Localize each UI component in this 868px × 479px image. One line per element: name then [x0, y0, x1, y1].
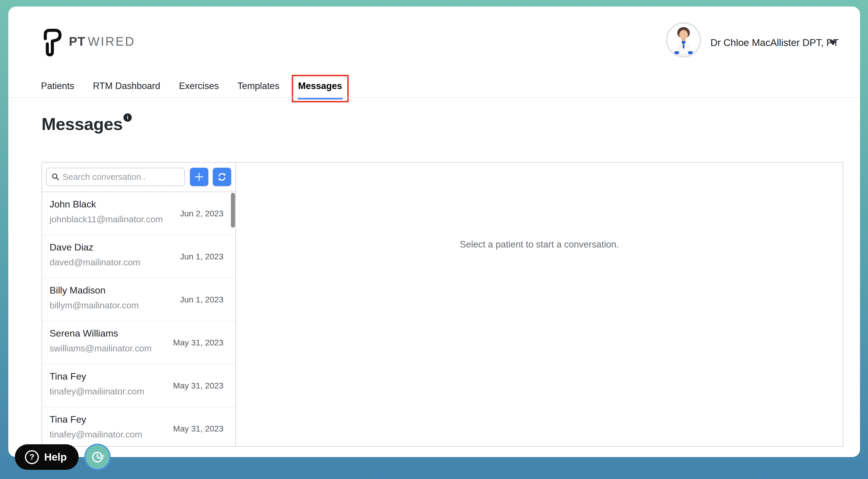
app-window: PTWIRED Dr Chloe MacAllister DPT, PT Pat… [8, 6, 860, 457]
patient-email: daved@mailinator.com [50, 257, 141, 267]
question-icon: ? [25, 450, 39, 464]
patient-email: tinafey@mailiinator.com [50, 386, 144, 396]
patient-name: Tina Fey [50, 371, 86, 382]
search-conversation-field [46, 168, 185, 186]
main-nav: Patients RTM Dashboard Exercises Templat… [41, 80, 342, 92]
pt-wired-logo-icon [41, 26, 62, 57]
last-message-date: Jun 1, 2023 [180, 295, 223, 304]
info-icon[interactable]: i [123, 113, 132, 122]
help-label: Help [44, 451, 67, 463]
conversation-item[interactable]: Tina Fey tinafey@mailiinator.com May 31,… [42, 364, 235, 408]
plus-icon [193, 171, 205, 183]
user-name[interactable]: Dr Chloe MacAllister DPT, PT [710, 37, 839, 49]
last-message-date: May 31, 2023 [173, 381, 223, 391]
logo-pt: PT [69, 34, 86, 49]
conversation-item[interactable]: Serena Williams swilliams@mailinator.com… [42, 321, 235, 364]
conversation-list: John Black johnblack11@mailinator.com Ju… [42, 192, 235, 446]
patient-name: Billy Madison [50, 285, 106, 296]
timer-fab-button[interactable] [84, 444, 111, 470]
search-input[interactable] [63, 172, 175, 182]
last-message-date: Jun 1, 2023 [180, 252, 223, 262]
refresh-conversations-button[interactable] [213, 168, 231, 186]
patient-name: John Black [50, 199, 96, 210]
conversation-item[interactable]: John Black johnblack11@mailinator.com Ju… [42, 192, 235, 235]
caret-down-icon[interactable] [829, 40, 837, 46]
tab-messages[interactable]: Messages [298, 80, 342, 92]
conversation-panel: John Black johnblack11@mailinator.com Ju… [42, 162, 236, 446]
last-message-date: Jun 2, 2023 [180, 209, 223, 218]
clock-icon [91, 450, 105, 464]
last-message-date: May 31, 2023 [173, 338, 223, 348]
empty-state-message: Select a patient to start a conversation… [237, 239, 842, 250]
patient-name: Tina Fey [50, 414, 86, 425]
new-conversation-button[interactable] [190, 168, 208, 186]
tab-patients[interactable]: Patients [41, 80, 74, 92]
conversation-item[interactable]: Dave Diaz daved@mailinator.com Jun 1, 20… [42, 235, 235, 278]
last-message-date: May 31, 2023 [173, 424, 223, 433]
pt-wired-logo: PTWIRED [41, 26, 135, 57]
conversation-item[interactable]: Billy Madison billym@mailinator.com Jun … [42, 278, 235, 321]
tab-exercises[interactable]: Exercises [179, 80, 219, 92]
tab-rtm-dashboard[interactable]: RTM Dashboard [93, 80, 160, 92]
help-button[interactable]: ? Help [15, 444, 79, 470]
search-icon [51, 172, 60, 182]
patient-email: billym@mailinator.com [50, 300, 139, 310]
user-avatar[interactable] [666, 22, 701, 58]
pt-wired-logo-text: PTWIRED [69, 34, 135, 49]
patient-name: Dave Diaz [50, 242, 93, 253]
refresh-icon [216, 171, 228, 183]
page-title: Messages [41, 114, 123, 134]
header-divider [8, 97, 860, 98]
patient-email: swilliams@mailinator.com [50, 343, 152, 354]
patient-email: johnblack11@mailinator.com [50, 214, 163, 224]
logo-wired: WIRED [88, 34, 135, 49]
conversation-item[interactable]: Tina Fey tinafey@mailinator.com May 31, … [42, 408, 235, 446]
doctor-avatar-image [666, 23, 701, 57]
patient-email: tinafey@mailinator.com [50, 429, 142, 440]
list-scrollbar-thumb[interactable] [231, 193, 235, 228]
messages-container: John Black johnblack11@mailinator.com Ju… [41, 162, 843, 447]
tab-messages-label: Messages [298, 81, 342, 91]
patient-name: Serena Williams [50, 328, 118, 339]
tab-templates[interactable]: Templates [238, 80, 279, 92]
